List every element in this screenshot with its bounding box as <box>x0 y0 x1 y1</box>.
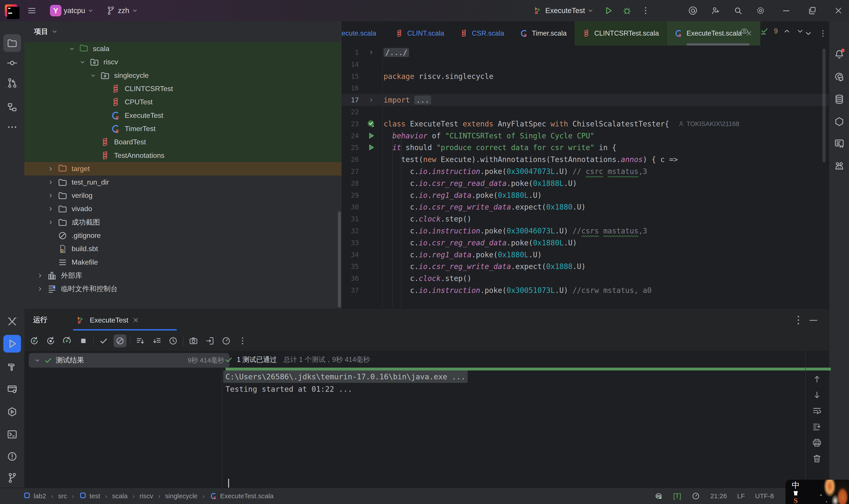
chevron-right-icon[interactable] <box>44 204 57 213</box>
run-toolbar-more[interactable] <box>236 335 249 347</box>
run-options-icon[interactable] <box>792 314 804 326</box>
breadcrumb-item-riscv[interactable]: riscv <box>140 492 153 500</box>
stripe-item-dependencies[interactable] <box>833 115 846 128</box>
chevron-down-icon[interactable] <box>76 58 89 67</box>
stripe-item-commit[interactable] <box>3 54 21 72</box>
more-actions-icon[interactable] <box>641 6 650 16</box>
tab-scrollbar[interactable] <box>686 43 749 46</box>
run-toolbar-navigate-with-single-click[interactable] <box>150 335 163 347</box>
project-widget[interactable]: Y yatcpu <box>47 3 97 18</box>
stripe-item-notifications[interactable] <box>833 48 846 61</box>
stripe-item-profiler[interactable] <box>3 403 21 421</box>
chevron-right-icon[interactable] <box>33 271 47 280</box>
tree-item-.gitignore[interactable]: .gitignore <box>24 229 342 242</box>
code-viewport[interactable]: 1/.../1415package riscv.singlecycle1617i… <box>342 46 829 309</box>
tree-item-成功截图[interactable]: 成功截图 <box>24 216 342 229</box>
tab-Timer.scala[interactable]: Timer.scala <box>512 21 574 46</box>
ime-language-indicator[interactable]: 中 <box>792 481 800 489</box>
translate-plugin-badge[interactable]: [T] <box>673 492 681 500</box>
run-toolbar-sort-alphabetically[interactable] <box>134 335 147 347</box>
caret-position[interactable]: 21:26 <box>710 492 727 500</box>
memory-gauge-icon[interactable] <box>691 492 700 501</box>
tree-item-Makefile[interactable]: Makefile <box>24 255 342 269</box>
ime-skin-icon[interactable] <box>792 490 799 497</box>
minimize-button[interactable] <box>781 6 791 16</box>
editor-scrollbar[interactable] <box>823 49 826 162</box>
stripe-item-pull-requests[interactable] <box>3 74 21 92</box>
test-passed-gutter-icon[interactable] <box>366 119 376 128</box>
tree-item-scala[interactable]: scala <box>24 42 342 55</box>
chevron-down-icon[interactable] <box>86 71 100 80</box>
stripe-item-more-tool-windows[interactable] <box>3 118 21 136</box>
ai-assistant-icon[interactable] <box>688 6 698 16</box>
tree-item-外部库[interactable]: 外部库 <box>24 269 342 282</box>
run-button[interactable] <box>603 6 613 16</box>
fold-chevron-icon[interactable] <box>364 48 378 57</box>
chevron-right-icon[interactable] <box>44 191 57 200</box>
console-soft-wrap[interactable] <box>812 406 822 416</box>
add-user-icon[interactable] <box>710 6 720 16</box>
close-icon[interactable] <box>132 317 139 324</box>
run-toolbar-toggle-auto-test[interactable] <box>60 335 73 347</box>
tab-list-chevron-icon[interactable] <box>804 29 813 38</box>
stripe-item-structure[interactable] <box>3 98 21 116</box>
copilot-status-icon[interactable] <box>654 492 663 501</box>
breadcrumb-item-singlecycle[interactable]: singlecycle <box>165 492 198 500</box>
hide-panel-icon[interactable] <box>808 314 819 326</box>
chevron-right-icon[interactable] <box>44 218 57 227</box>
run-toolbar-import-tests[interactable] <box>203 335 216 347</box>
gear-icon[interactable] <box>756 6 765 16</box>
run-test-gutter-icon[interactable] <box>367 143 375 152</box>
console-next-occurrence[interactable] <box>812 390 822 400</box>
tab-ecute.scala[interactable]: ecute.scala <box>342 21 387 46</box>
run-toolbar-sort-by-duration[interactable] <box>167 335 180 347</box>
run-console[interactable]: C:\Users\26586\.jdks\temurin-17.0.16\bin… <box>225 371 805 488</box>
breadcrumb-item-src[interactable]: src <box>58 492 67 500</box>
run-toolbar-rerun[interactable] <box>28 335 41 347</box>
tab-CLINTCSRTest.scala[interactable]: CLINTCSRTest.scala <box>574 21 667 46</box>
breadcrumb-item-ExecuteTest.scala[interactable]: ExecuteTest.scala <box>210 492 274 500</box>
chevron-right-icon[interactable] <box>33 285 47 293</box>
stripe-item-build[interactable] <box>3 358 21 376</box>
tab-CSR.scala[interactable]: CSR.scala <box>452 21 512 46</box>
tree-item-CLINTCSRTest[interactable]: CLINTCSRTest <box>24 82 342 95</box>
breadcrumb-item-scala[interactable]: scala <box>112 492 128 500</box>
tree-item-singlecycle[interactable]: singlecycle <box>24 69 342 82</box>
tree-item-BoardTest[interactable]: BoardTest <box>24 135 342 149</box>
fold-chevron-icon[interactable] <box>364 95 378 104</box>
test-results-row[interactable]: 测试结果 9秒 414毫秒 <box>29 353 230 367</box>
tree-item-build.sbt[interactable]: build.sbt <box>24 242 342 255</box>
prev-problem-icon[interactable] <box>783 27 791 35</box>
stripe-item-version-control[interactable] <box>3 469 21 487</box>
chevron-down-icon[interactable] <box>65 44 79 53</box>
debug-button[interactable] <box>622 6 632 16</box>
next-problem-icon[interactable] <box>796 27 804 35</box>
run-toolbar-show-statistics[interactable] <box>220 335 233 347</box>
project-panel-header[interactable]: 项目 <box>24 21 342 42</box>
tree-item-TestAnnotations[interactable]: TestAnnotations <box>24 149 342 162</box>
tab-options-icon[interactable] <box>818 29 827 38</box>
stripe-item-sbt[interactable] <box>3 313 21 330</box>
chevron-right-icon[interactable] <box>44 178 57 187</box>
tree-item-ExecuteTest[interactable]: ExecuteTest <box>24 109 342 122</box>
console-print[interactable] <box>812 438 822 448</box>
highlighting-eye-icon[interactable] <box>740 26 749 36</box>
run-toolbar-rerun-failed-tests[interactable] <box>44 335 57 347</box>
close-button[interactable] <box>833 6 843 16</box>
file-encoding[interactable]: UTF-8 <box>755 492 774 500</box>
run-test-gutter-icon[interactable] <box>367 131 375 140</box>
stripe-item-project[interactable] <box>3 34 21 52</box>
inspections-widget[interactable]: 9 <box>740 23 804 39</box>
stripe-item-run[interactable] <box>3 335 21 353</box>
stripe-item-gradle[interactable] <box>833 159 846 172</box>
run-toolbar-show-ignored[interactable] <box>114 335 126 347</box>
tree-item-CPUTest[interactable]: CPUTest <box>24 95 342 109</box>
editor-area[interactable]: ecute.scalaCLINT.scalaCSR.scalaTimer.sca… <box>342 21 829 309</box>
tab-CLINT.scala[interactable]: CLINT.scala <box>387 21 452 46</box>
tree-item-临时文件和控制台[interactable]: 临时文件和控制台 <box>24 282 342 295</box>
run-toolbar-show-passed[interactable] <box>97 335 110 347</box>
console-scroll-to-end[interactable] <box>812 422 822 432</box>
tree-item-verilog[interactable]: verilog <box>24 189 342 202</box>
vcs-widget[interactable]: zzh <box>103 3 141 18</box>
line-separator[interactable]: LF <box>737 492 745 500</box>
